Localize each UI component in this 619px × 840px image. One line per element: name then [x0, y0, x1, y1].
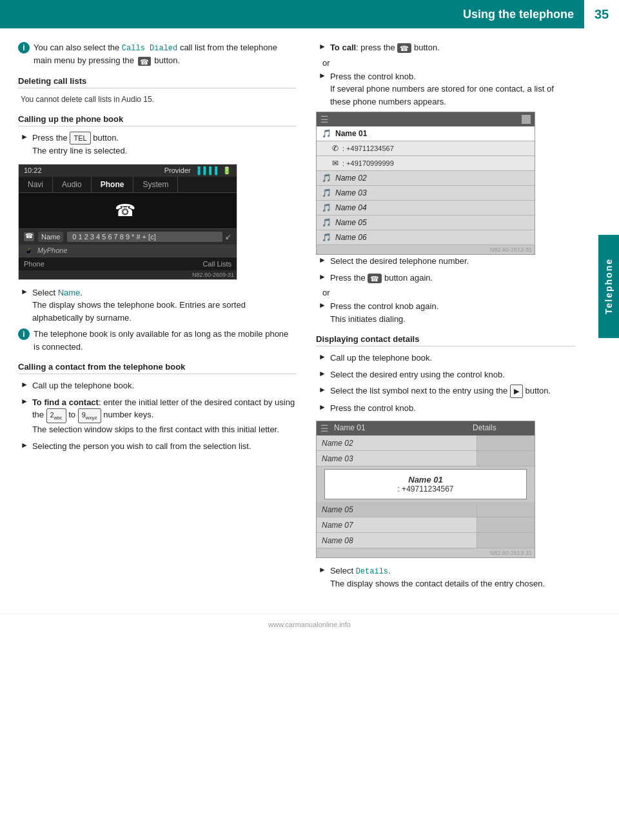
contact-number-2: : +49170999999	[342, 159, 394, 167]
bullet-press-knob-text: Press the control knob. If several phone…	[330, 70, 575, 108]
detail-col-details: Details	[473, 423, 531, 434]
contact-icon-4: 🎵	[322, 203, 331, 212]
popup-number: : +49711234567	[333, 485, 518, 494]
header-title: Using the telephone	[0, 8, 584, 21]
bullet-select-entry-text: Select the desired entry using the contr…	[330, 368, 505, 381]
detail-right-name03	[477, 451, 535, 466]
phone-sub-icon-1: ✆	[332, 144, 339, 153]
key-9: 9wxyz	[78, 408, 101, 423]
phone-dial-area: ☎	[19, 193, 237, 228]
calls-dialed-code: Calls Dialed	[122, 44, 177, 53]
detail-row-name03: Name 03	[317, 451, 535, 466]
contact-icon-6: 🎵	[322, 233, 331, 242]
dial-phone-icon: ☎	[115, 201, 135, 221]
detail-col-name: Name 01	[334, 423, 473, 434]
info-icon-2: i	[18, 328, 30, 340]
contact-row-name06: 🎵 Name 06	[317, 230, 535, 245]
bullet-callup-2-text: Call up the telephone book.	[330, 352, 432, 365]
bullet-find-contact: ► To find a contact: enter the initial l…	[18, 396, 297, 436]
contact-row-phone2: ✉ : +49170999999	[317, 156, 535, 171]
name-highlight: Name	[58, 288, 81, 297]
contact-row-name01: 🎵 Name 01	[317, 126, 535, 141]
arrow-icon-4: ►	[21, 397, 28, 406]
arrow-icon-5: ►	[21, 441, 28, 450]
bullet-select-name: ► Select Name. The display shows the tel…	[18, 286, 297, 325]
info-text-1: You can also select the Calls Dialed cal…	[34, 41, 297, 67]
nav-system[interactable]: System	[133, 177, 178, 192]
arrow-icon-r3: ►	[319, 255, 326, 265]
myphone-icon: 📱	[24, 246, 33, 254]
detail-left-name03: Name 03	[317, 451, 477, 466]
bullet-callup-2: ► Call up the telephone book.	[316, 352, 575, 365]
nav-navi[interactable]: Navi	[19, 177, 53, 192]
detail-left-name08: Name 08	[317, 533, 477, 548]
arrow-icon-r8: ►	[319, 385, 326, 394]
contact-row-name03: 🎵 Name 03	[317, 186, 535, 201]
contact-row-name02: 🎵 Name 02	[317, 171, 535, 186]
or-text-2: or	[322, 288, 575, 297]
detail-header-icon: ☰	[320, 423, 329, 434]
contact-name-3: Name 03	[335, 188, 367, 197]
phone-sub-icon-2: ✉	[332, 159, 339, 168]
myphone-label: 📱 MyPhone	[19, 245, 237, 257]
phone-bottom-bar: Phone Call Lists	[19, 257, 237, 270]
contact-icon-5: 🎵	[322, 218, 331, 227]
bullet-select-desired-text: Select the desired telephone number.	[330, 255, 469, 268]
detail-right-name05	[477, 502, 535, 517]
press-knob-note: If several phone numbers are stored for …	[330, 84, 554, 106]
arrow-icon-r2: ►	[319, 71, 326, 80]
footer-url: www.carmanualonline.info	[268, 621, 351, 628]
phone-small-icon: ☎	[24, 232, 34, 241]
scroll-indicator	[522, 115, 531, 124]
detail-left-name05: Name 05	[317, 502, 477, 517]
bullet-callup: ► Call up the telephone book.	[18, 379, 297, 392]
cursor-icon: ↙	[225, 232, 231, 241]
phone-btn-icon-r2: ☎	[368, 274, 382, 283]
detail-right-name02	[477, 435, 535, 450]
bullet-list-symbol: ► Select the list symbol next to the ent…	[316, 385, 575, 398]
nav-audio[interactable]: Audio	[53, 177, 92, 192]
contact-screen-header: ☰	[317, 112, 535, 126]
page-header: Using the telephone 35	[0, 0, 619, 28]
arrow-icon-r1: ►	[319, 42, 326, 51]
nav-phone[interactable]: Phone	[92, 177, 134, 192]
section-calling-title: Calling up the phone book	[18, 114, 297, 126]
phone-input-row: ☎ Name 0 1 2 3 4 5 6 7 8 9 * # + [c] ↙	[19, 228, 237, 245]
bullet-press-knob-2: ► Press the control knob again.This init…	[316, 300, 575, 325]
details-code: Details	[356, 567, 388, 576]
bullet-to-call: ► To call: press the ☎ button.	[316, 41, 575, 54]
detail-popup: Name 01 : +49711234567	[324, 469, 527, 499]
info-icon-1: i	[18, 42, 30, 54]
phone-btn-icon-r1: ☎	[397, 43, 411, 53]
bottom-phone: Phone	[24, 260, 44, 268]
detail-left-name07: Name 07	[317, 517, 477, 532]
detail-row-name02: Name 02	[317, 435, 535, 451]
arrow-icon-1: ►	[21, 132, 28, 141]
right-column: ► To call: press the ☎ button. or ► Pres…	[310, 41, 588, 594]
page-number: 35	[584, 0, 619, 28]
detail-screenshot-id: N82.60-2613-31	[317, 548, 535, 557]
detail-row-name08: Name 08	[317, 533, 535, 548]
arrow-icon-r10: ►	[319, 565, 326, 574]
page-footer: www.carmanualonline.info	[0, 614, 619, 635]
input-keys: 0 1 2 3 4 5 6 7 8 9 * # + [c]	[67, 232, 222, 242]
info-box-calls-dialed: i You can also select the Calls Dialed c…	[18, 41, 297, 67]
bullet-select-name-text: Select Name. The display shows the telep…	[32, 286, 297, 325]
signal-bars: ▐▐▐▐	[195, 166, 218, 174]
contact-name-4: Name 04	[335, 203, 367, 212]
contact-row-phone1: ✆ : +49711234567	[317, 141, 535, 156]
detail-screenshot: ☰ Name 01 Details Name 02 Name 03 Name 0…	[316, 421, 535, 558]
arrow-icon-r6: ►	[319, 352, 326, 361]
arrow-icon-r9: ►	[319, 403, 326, 412]
detail-popup-container: Name 01 : +49711234567	[317, 469, 535, 499]
bullet-press-tel: ► Press the TEL button.The entry line is…	[18, 132, 297, 157]
contact-screenshot: ☰ 🎵 Name 01 ✆ : +49711234567 ✉ : +491709…	[316, 112, 535, 255]
bullet-select-details: ► Select Details. The display shows the …	[316, 565, 575, 590]
detail-right-name08	[477, 533, 535, 548]
phone-button-icon-1: ☎	[138, 57, 151, 66]
bullet-press-again-text: Press the ☎ button again.	[330, 272, 433, 285]
bullet-select-details-text: Select Details. The display shows the co…	[330, 565, 545, 590]
key-2: 2abc	[46, 408, 66, 423]
bottom-calllists: Call Lists	[202, 260, 231, 268]
contact-row-name05: 🎵 Name 05	[317, 215, 535, 230]
